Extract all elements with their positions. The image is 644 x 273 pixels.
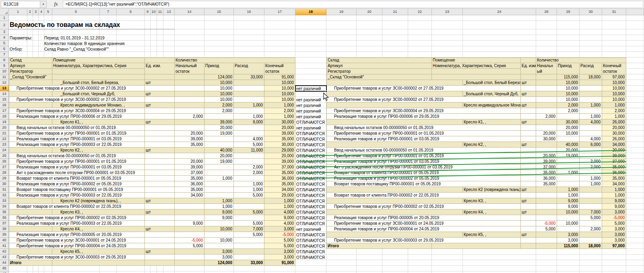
unit-cell[interactable] <box>521 131 536 136</box>
row-header-46[interactable]: 46 <box>0 271 9 273</box>
income-cell[interactable] <box>557 164 580 170</box>
end-balance-cell[interactable]: 34,000 <box>264 187 295 193</box>
end-balance-cell[interactable]: 10,000 <box>264 80 295 86</box>
row-header-42[interactable]: 42 <box>0 249 9 255</box>
end-balance-cell[interactable]: 1,000 <box>602 114 626 119</box>
row-header-13[interactable]: 13 <box>0 86 9 91</box>
expense-cell[interactable] <box>234 176 264 181</box>
unit-cell[interactable] <box>521 74 536 80</box>
income-cell[interactable]: 10,000 <box>204 80 234 86</box>
end-balance-cell[interactable]: 34,000 <box>602 181 626 187</box>
header-cell[interactable]: Приход <box>557 63 580 69</box>
expense-cell[interactable] <box>234 97 264 103</box>
begin-balance-cell[interactable] <box>536 86 557 91</box>
income-cell[interactable]: 2,000 <box>204 103 234 108</box>
unit-cell[interactable] <box>145 131 175 136</box>
row-header-38[interactable]: 38 <box>0 226 9 232</box>
item-name-cell[interactable]: Кресло К4, , <box>463 209 521 215</box>
income-cell[interactable] <box>204 170 234 176</box>
income-cell[interactable] <box>557 181 580 187</box>
expense-cell[interactable] <box>234 255 264 260</box>
comparison-cell[interactable]: ОТЛИЧАЮТСЯ <box>295 238 326 243</box>
comparison-cell[interactable]: ОТЛИЧАЮТСЯ <box>295 215 326 221</box>
select-all-corner[interactable] <box>0 9 9 15</box>
income-cell[interactable] <box>204 243 234 249</box>
unit-cell[interactable] <box>521 114 536 119</box>
income-cell[interactable]: 10,000 <box>557 86 580 91</box>
ladder-cell[interactable] <box>9 119 52 125</box>
expense-cell[interactable]: 18,000 <box>580 243 602 249</box>
expense-cell[interactable] <box>234 91 264 97</box>
unit-cell[interactable] <box>145 136 175 142</box>
group-name-cell[interactable]: Итого <box>326 243 432 249</box>
row-header-20[interactable]: 20 <box>0 125 9 131</box>
registrar-name-cell[interactable]: Возврат товаров поставщику ПР00-000001 о… <box>9 187 145 193</box>
header-cell[interactable]: Конечный <box>264 63 295 69</box>
income-cell[interactable]: 9,000 <box>204 209 234 215</box>
item-name-cell[interactable]: Кресло индивидуальное Монако, , <box>463 103 521 108</box>
income-cell[interactable]: 2,000 <box>557 108 580 114</box>
row-header-32[interactable]: 32 <box>0 193 9 198</box>
expense-cell[interactable] <box>234 131 264 136</box>
unit-cell[interactable]: шт <box>521 91 536 97</box>
unit-cell[interactable] <box>145 108 175 114</box>
column-header-19[interactable]: 19 <box>326 9 357 15</box>
begin-balance-cell[interactable] <box>536 232 557 238</box>
registrar-name-cell[interactable]: Приобретение товаров и услуг ПР00-000002… <box>9 215 145 221</box>
unit-cell[interactable]: шт <box>145 80 175 86</box>
registrar-name-cell[interactable]: Реализация товаров и услуг ПР00-000004 о… <box>326 226 521 232</box>
header-cell[interactable]: Номенклатура, Характеристика, Серия <box>432 63 521 69</box>
unit-cell[interactable] <box>145 86 175 91</box>
income-cell[interactable]: 2,000 <box>557 103 580 108</box>
ladder-cell[interactable] <box>326 198 463 204</box>
unit-cell[interactable]: шт <box>521 187 536 193</box>
column-header-30[interactable]: 30 <box>580 9 602 15</box>
registrar-name-cell[interactable]: Реализация товаров и услуг ПР00-000003 о… <box>9 193 145 198</box>
expense-cell[interactable]: 6,000 <box>580 142 602 148</box>
header-cell[interactable] <box>145 69 175 74</box>
registrar-name-cell[interactable]: Реализация товаров и услуг ПР00-000002 о… <box>326 176 521 181</box>
expense-cell[interactable] <box>580 198 602 204</box>
unit-cell[interactable] <box>145 260 175 266</box>
column-header-29[interactable]: 29 <box>557 9 580 15</box>
row-header-15[interactable]: 15 <box>0 97 9 103</box>
registrar-name-cell[interactable]: Приобретение товаров и услуг ЗС00-000004… <box>9 108 145 114</box>
header-cell[interactable]: Ед. изм. <box>145 63 175 69</box>
income-cell[interactable]: 40,000 <box>204 148 234 153</box>
expense-cell[interactable] <box>234 80 264 86</box>
end-balance-cell[interactable]: 4,000 <box>264 221 295 226</box>
begin-balance-cell[interactable] <box>175 74 204 80</box>
end-balance-cell[interactable]: 29,000 <box>264 193 295 198</box>
ladder-cell[interactable] <box>326 209 463 215</box>
expense-cell[interactable]: 5,000 <box>234 209 264 215</box>
begin-balance-cell[interactable] <box>175 86 204 91</box>
begin-balance-cell[interactable] <box>175 97 204 103</box>
group-name-cell[interactable] <box>432 243 521 249</box>
registrar-name-cell[interactable]: Реализация товаров и услуг ПР00-000006 о… <box>326 114 521 119</box>
comparison-cell[interactable]: ОТЛИЧАЮТСЯ <box>295 243 326 249</box>
ladder-cell[interactable] <box>9 148 52 153</box>
registrar-name-cell[interactable]: Возврат товаров от клиента ПР00-000002 о… <box>9 204 145 209</box>
header-cell[interactable]: Приход <box>204 63 234 69</box>
unit-cell[interactable]: шт <box>145 103 175 108</box>
expense-cell[interactable]: 1,000 <box>580 103 602 108</box>
row-header-23[interactable]: 23 <box>0 142 9 148</box>
end-balance-cell[interactable]: 1,000 <box>264 103 295 108</box>
end-balance-cell[interactable]: 1,000 <box>602 187 626 193</box>
insert-function-button[interactable]: fx <box>50 1 62 8</box>
unit-cell[interactable] <box>145 159 175 164</box>
end-balance-cell[interactable]: 36,000 <box>264 176 295 181</box>
begin-balance-cell[interactable] <box>536 215 557 221</box>
income-cell[interactable]: 19,000 <box>204 131 234 136</box>
row-header-25[interactable]: 25 <box>0 153 9 159</box>
income-cell[interactable]: 20,000 <box>204 153 234 159</box>
begin-balance-cell[interactable] <box>175 108 204 114</box>
unit-cell[interactable] <box>145 255 175 260</box>
end-balance-cell[interactable]: 10,000 <box>602 86 626 91</box>
comparison-cell[interactable]: ОТЛИЧАЮТСЯ <box>295 148 326 153</box>
begin-balance-cell[interactable] <box>536 238 557 243</box>
registrar-name-cell[interactable]: Приобретение товаров и услуг ПР00-000001… <box>9 159 145 164</box>
expense-cell[interactable]: 2,000 <box>234 164 264 170</box>
expense-cell[interactable]: 5,000 <box>234 232 264 238</box>
end-balance-cell[interactable]: 4,000 <box>264 209 295 215</box>
